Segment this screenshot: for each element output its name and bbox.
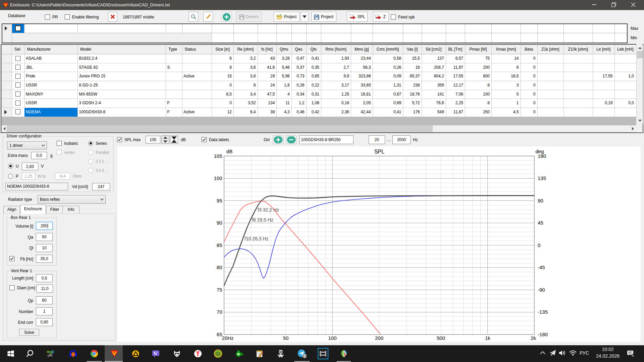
svg-text:95: 95 [217,198,222,203]
svg-text:f6 29,5 Hz: f6 29,5 Hz [252,217,273,223]
svg-text:90: 90 [538,198,543,203]
svg-text:-135: -135 [538,309,548,315]
svg-text:3: 3 [52,349,54,354]
svg-text:-45: -45 [538,264,545,270]
svg-text:65: 65 [217,331,222,337]
svg-text:2k: 2k [531,335,536,341]
svg-text:100: 100 [328,335,336,341]
svg-text:90: 90 [217,220,222,226]
svg-text:500: 500 [437,335,445,341]
svg-text:70: 70 [217,309,222,315]
svg-text:dB: dB [226,148,232,154]
svg-text:deg: deg [535,148,544,154]
svg-text:20Hz: 20Hz [222,335,233,341]
svg-text:1k: 1k [485,335,490,341]
svg-text:200: 200 [375,335,383,341]
svg-text:50: 50 [283,335,289,341]
svg-text:-90: -90 [538,287,545,293]
svg-text:105: 105 [214,153,222,159]
svg-text:SPL: SPL [374,149,384,155]
svg-text:135: 135 [538,175,546,181]
svg-text:-180: -180 [538,331,548,337]
svg-text:45: 45 [538,220,543,226]
svg-text:f10 26,3 Hz: f10 26,3 Hz [245,236,269,241]
svg-text:11: 11 [216,351,220,356]
svg-text:2: 2 [304,354,306,358]
svg-text:80: 80 [217,264,222,270]
svg-text:75: 75 [217,287,222,293]
svg-text:100: 100 [214,175,222,181]
svg-text:0: 0 [538,242,540,248]
svg-text:f3 32,2 Hz: f3 32,2 Hz [258,207,279,213]
svg-text:85: 85 [217,242,222,248]
